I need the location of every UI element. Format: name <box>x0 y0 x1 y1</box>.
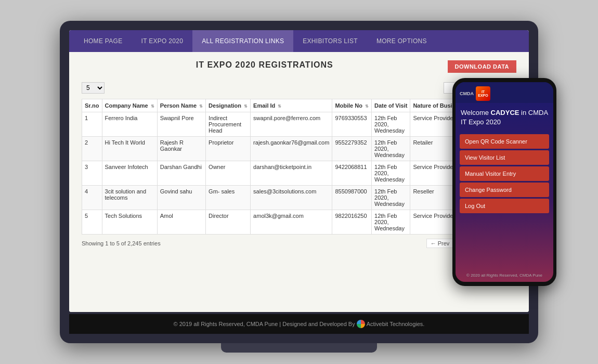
table-cell: Swapnil Pore <box>157 112 205 137</box>
table-cell: 9552279352 <box>332 137 372 161</box>
phone-header: CMDA ITEXPO <box>456 82 553 103</box>
table-cell: 12th Feb 2020, Wednesday <box>372 186 410 210</box>
table-cell: amol3k@gmail.com <box>251 210 332 235</box>
phone-screen: CMDA ITEXPO Welcome CADYCE in CMDA IT Ex… <box>456 82 553 282</box>
cmda-label: CMDA <box>460 91 474 96</box>
table-cell: Ferrero India <box>102 112 157 137</box>
download-button[interactable]: DOWNLOAD DATA <box>448 60 516 73</box>
table-cell: 12th Feb 2020, Wednesday <box>372 210 410 235</box>
open-qr-scanner[interactable]: Open QR Code Scanner <box>460 134 549 149</box>
entries-controls: 5 10 25 <box>82 82 105 94</box>
table-cell: Director <box>206 210 251 235</box>
phone-logo: CMDA ITEXPO <box>460 86 490 101</box>
table-cell: 5 <box>82 210 102 235</box>
table-cell: Govind sahu <box>157 186 205 210</box>
footer-text: © 2019 all Rights Reserved, CMDA Pune | … <box>174 321 357 327</box>
nav-registration-links[interactable]: ALL REGISTRATION LINKS <box>192 30 293 52</box>
table-cell: Indirect Procurement Head <box>206 112 251 137</box>
nav-more[interactable]: MORE OPTIONS <box>367 30 436 52</box>
table-cell: 1 <box>82 112 102 137</box>
col-company: Company Name ⇅ <box>102 99 157 112</box>
table-cell: 12th Feb 2020, Wednesday <box>372 161 410 186</box>
col-srno: Sr.no <box>82 99 102 112</box>
table-cell: Sanveer Infotech <box>102 161 157 186</box>
table-cell: 3 <box>82 161 102 186</box>
itexpo-logo-text: ITEXPO <box>478 90 488 97</box>
activebit-logo-icon <box>357 320 365 328</box>
nav-bar: HOME PAGE IT EXPO 2020 ALL REGISTRATION … <box>69 30 529 52</box>
table-cell: 12th Feb 2020, Wednesday <box>372 137 410 161</box>
change-password[interactable]: Change Password <box>460 183 549 197</box>
phone-frame: CMDA ITEXPO Welcome CADYCE in CMDA IT Ex… <box>452 78 556 286</box>
laptop-base <box>221 343 377 353</box>
toolbar: 5 10 25 <box>82 82 516 94</box>
page-title: IT EXPO 2020 REGISTRATIONS <box>82 60 448 70</box>
nav-home[interactable]: HOME PAGE <box>74 30 132 52</box>
col-person: Person Name ⇅ <box>157 99 205 112</box>
view-visitor-list[interactable]: View Visitor List <box>460 150 549 165</box>
table-cell: 3cit solution and telecoms <box>102 186 157 210</box>
col-designation: Designation ⇅ <box>206 99 251 112</box>
table-cell: Gm- sales <box>206 186 251 210</box>
table-cell: sales@3citsolutions.com <box>251 186 332 210</box>
table-cell: Proprietor <box>206 137 251 161</box>
manual-visitor-entry[interactable]: Manual Visitor Entry <box>460 166 549 181</box>
table-cell: Hi Tech It World <box>102 137 157 161</box>
table-cell: Owner <box>206 161 251 186</box>
itexpo-logo-badge: ITEXPO <box>476 86 490 101</box>
col-date: Date of Visit <box>372 99 410 112</box>
table-cell: Darshan Gandhi <box>157 161 205 186</box>
table-cell: Tech Solutions <box>102 210 157 235</box>
table-cell: 9822016250 <box>332 210 372 235</box>
showing-text: Showing 1 to 5 of 2,245 entries <box>82 240 161 246</box>
table-cell: rajesh.gaonkar76@gmail.com <box>251 137 332 161</box>
table-cell: darshan@ticketpoint.in <box>251 161 332 186</box>
footer-company: Activebit Technologies. <box>367 321 425 327</box>
table-cell: 12th Feb 2020, Wednesday <box>372 112 410 137</box>
welcome-text: Welcome <box>461 109 491 116</box>
nav-itexpo[interactable]: IT EXPO 2020 <box>132 30 193 52</box>
footer-logo: Activebit Technologies. <box>357 320 425 328</box>
col-email: Email Id ⇅ <box>251 99 332 112</box>
nav-exhibitors[interactable]: EXHIBITORS LIST <box>293 30 367 52</box>
footer-bar: © 2019 all Rights Reserved, CMDA Pune | … <box>69 314 529 334</box>
table-footer: Showing 1 to 5 of 2,245 entries ← Prev 1… <box>82 239 516 248</box>
prev-button[interactable]: ← Prev <box>426 239 454 248</box>
table-cell: 9769330553 <box>332 112 372 137</box>
table-cell: 4 <box>82 186 102 210</box>
phone-menu: Open QR Code Scanner View Visitor List M… <box>456 134 553 269</box>
entries-select[interactable]: 5 10 25 <box>82 82 105 94</box>
log-out[interactable]: Log Out <box>460 199 549 213</box>
brand-name: CADYCE <box>491 109 519 116</box>
phone-footer: © 2020 all Rights Reserved, CMDA Pune <box>456 269 553 282</box>
table-cell: 2 <box>82 137 102 161</box>
table-cell: swapnil.pore@ferrero.com <box>251 112 332 137</box>
table-cell: 9422068811 <box>332 161 372 186</box>
table-cell: Amol <box>157 210 205 235</box>
table-cell: Rajesh R Gaonkar <box>157 137 205 161</box>
col-mobile: Mobile No ⇅ <box>332 99 372 112</box>
table-cell: 8550987000 <box>332 186 372 210</box>
phone-welcome: Welcome CADYCE in CMDA IT Expo 2020 <box>456 103 553 134</box>
